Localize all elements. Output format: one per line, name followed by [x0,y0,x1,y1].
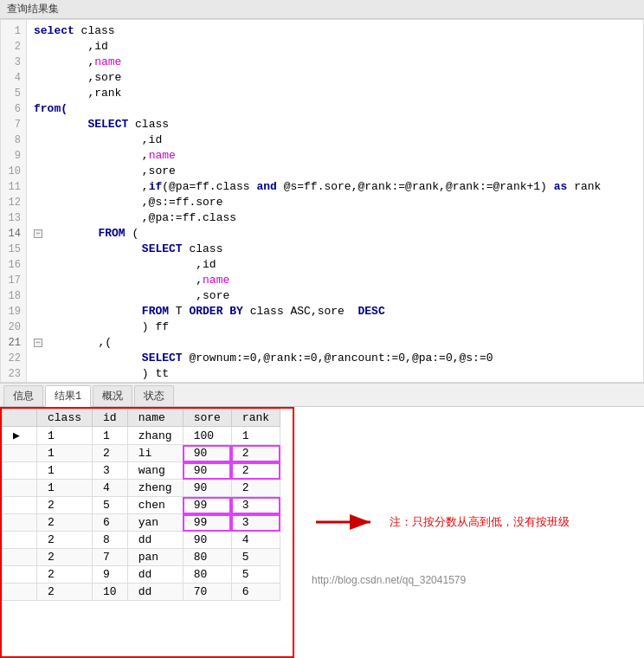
table-cell: dd [127,584,183,601]
table-cell: dd [127,566,183,584]
code-segment: SELECT [142,351,183,366]
code-segment: ,@s:=ff.sore [34,195,222,210]
table-row: 28dd904 [3,532,280,549]
code-segment: ,( [44,335,112,351]
code-line-21: − ,( [27,335,643,351]
code-line-9: ,name [27,148,643,164]
table-header-name: name [127,410,183,427]
code-segment: @rownum:=0,@rank:=0,@rancount:=0,@pa:=0,… [183,351,493,366]
code-line-6: from( [27,101,643,117]
table-row: 13wang902 [3,462,280,480]
code-segment: ,rank [34,86,121,101]
code-segment: ,id [34,39,108,55]
table-cell: 4 [231,532,280,549]
line-num-16: 16 [1,257,26,273]
top-bar-label: 查询结果集 [7,2,59,16]
table-row: 25chen993 [3,497,280,514]
code-line-5: ,rank [27,86,643,101]
annotation-text: 注：只按分数从高到低，没有按班级 [390,514,570,530]
table-cell: zheng [127,480,183,497]
row-indicator [3,584,37,601]
code-segment: class [81,23,115,39]
table-cell: yan [127,514,183,532]
row-indicator [3,549,37,566]
code-line-10: ,sore [27,164,643,179]
code-segment [34,351,142,366]
row-indicator [3,480,37,497]
table-cell: 80 [183,566,231,584]
table-cell: 1 [37,480,93,497]
row-indicator [3,445,37,462]
line-num-3: 3 [1,55,26,70]
code-segment: class [128,117,169,132]
table-cell: 99 [183,514,231,532]
line-num-20: 20 [1,319,26,335]
row-indicator [3,462,37,480]
table-cell: 5 [93,497,128,514]
line-num-14: 14 [1,226,26,242]
code-segment: FROM [98,226,125,242]
row-indicator: ▶ [3,427,37,445]
table-cell: 2 [37,532,93,549]
code-segment: select [34,23,81,39]
table-cell: 100 [183,427,231,445]
code-line-7: SELECT class [27,117,643,132]
code-line-2: ,id [27,39,643,55]
table-row: 210dd706 [3,584,280,601]
code-segment: and [256,179,276,195]
tab-信息[interactable]: 信息 [3,385,43,406]
bottom-section: classidnamesorerank▶11zhang100112li90213… [0,407,644,658]
table-cell: zhang [127,427,183,445]
table-cell: 3 [93,462,128,480]
fold-icon-14[interactable]: − [34,229,42,238]
table-cell: 10 [93,584,128,601]
table-row: 12li902 [3,445,280,462]
code-line-16: ,id [27,257,643,273]
table-cell: 70 [183,584,231,601]
code-line-3: ,name [27,55,643,70]
table-cell: 90 [183,445,231,462]
code-segment: from( [34,101,68,117]
code-segment: , [34,148,149,164]
code-line-15: SELECT class [27,242,643,257]
table-wrapper: classidnamesorerank▶11zhang100112li90213… [0,407,294,658]
code-line-4: ,sore [27,70,643,86]
tab-状态[interactable]: 状态 [134,385,174,406]
code-line-1: select class [27,23,643,39]
code-segment: name [149,148,176,164]
table-cell: 6 [231,584,280,601]
code-segment: ,sore [34,164,176,179]
code-segment: (@pa=ff.class [162,179,256,195]
line-num-1: 1 [1,23,26,39]
result-table: classidnamesorerank▶11zhang100112li90213… [2,409,280,601]
tab-概况[interactable]: 概况 [93,385,132,406]
table-header-rank: rank [231,410,280,427]
tab-结果1[interactable]: 结果1 [45,385,91,407]
line-num-22: 22 [1,351,26,366]
table-header-class: class [37,410,93,427]
code-content: select class ,id ,name ,sore ,rankfrom( … [27,20,643,382]
line-numbers: 123456789101112131415161718192021222324 [1,20,27,382]
fold-icon-21[interactable]: − [34,339,42,347]
code-line-22: SELECT @rownum:=0,@rank:=0,@rancount:=0,… [27,351,643,366]
table-cell: 2 [37,497,93,514]
code-line-19: FROM T ORDER BY class ASC,sore DESC [27,304,643,319]
code-line-13: ,@pa:=ff.class [27,210,643,226]
code-line-14: − FROM ( [27,226,643,242]
code-line-11: ,if(@pa=ff.class and @s=ff.sore,@rank:=@… [27,179,643,195]
tabs-area: 信息结果1概况状态 [0,383,644,407]
table-cell: 90 [183,532,231,549]
code-area[interactable]: 123456789101112131415161718192021222324 … [0,19,644,383]
row-indicator [3,566,37,584]
table-cell: 5 [231,566,280,584]
code-segment: ,sore [34,288,229,304]
row-indicator [3,532,37,549]
code-segment: ORDER BY [189,304,242,319]
line-num-8: 8 [1,132,26,148]
code-segment: , [34,273,203,288]
table-cell: 90 [183,462,231,480]
code-segment: , [34,179,149,195]
table-cell: 99 [183,497,231,514]
line-num-13: 13 [1,210,26,226]
code-segment: ) tt [34,366,169,382]
